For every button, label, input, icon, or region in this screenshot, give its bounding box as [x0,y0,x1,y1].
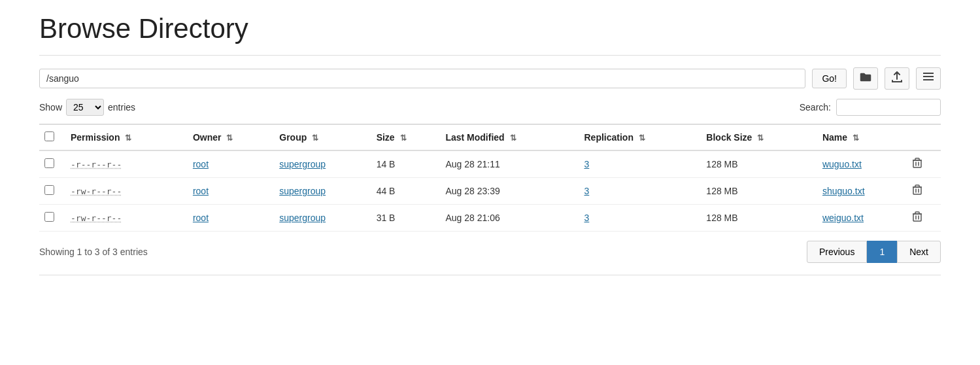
size-sort-icon: ⇅ [400,133,407,143]
row-block-size: 128 MB [701,205,817,232]
row-last-modified: Aug 28 21:11 [440,150,579,178]
upload-icon [892,71,902,86]
showing-text: Showing 1 to 3 of 3 entries [39,247,148,257]
search-input[interactable] [836,99,941,116]
col-actions [907,124,941,150]
col-permission[interactable]: Permission ⇅ [65,124,188,150]
col-name[interactable]: Name ⇅ [817,124,907,150]
table-row: -r--r--r-- root supergroup 14 B Aug 28 2… [39,150,941,178]
file-link-2[interactable]: weiguo.txt [822,213,864,223]
replication-link-0[interactable]: 3 [584,159,590,169]
list-icon [923,73,934,84]
directory-table: Permission ⇅ Owner ⇅ Group ⇅ Size ⇅ [39,124,941,232]
list-button[interactable] [916,67,941,90]
entries-label: entries [108,102,135,113]
group-link-0[interactable]: supergroup [279,159,326,169]
row-name: wuguo.txt [817,150,907,178]
row-name: weiguo.txt [817,205,907,232]
page-1-button[interactable]: 1 [867,241,897,263]
row-name: shuguo.txt [817,178,907,205]
row-permission: -rw-r--r-- [65,178,188,205]
col-owner[interactable]: Owner ⇅ [188,124,274,150]
row-group: supergroup [274,150,371,178]
replication-link-1[interactable]: 3 [584,186,590,196]
svg-rect-2 [923,79,934,80]
group-link-2[interactable]: supergroup [279,213,326,223]
header-divider [39,55,941,56]
row-checkbox-1[interactable] [44,185,54,195]
row-block-size: 128 MB [701,178,817,205]
next-button[interactable]: Next [897,241,941,263]
entries-select[interactable]: 10 25 50 100 [66,99,104,116]
row-owner: root [188,205,274,232]
file-link-1[interactable]: shuguo.txt [822,186,865,196]
row-checkbox-cell [39,150,65,178]
col-replication[interactable]: Replication ⇅ [579,124,701,150]
table-row: -rw-r--r-- root supergroup 31 B Aug 28 2… [39,205,941,232]
row-owner: root [188,178,274,205]
svg-rect-1 [923,76,934,77]
svg-rect-0 [923,73,934,74]
table-header-row: Permission ⇅ Owner ⇅ Group ⇅ Size ⇅ [39,124,941,150]
row-size: 44 B [371,178,441,205]
footer-row: Showing 1 to 3 of 3 entries Previous 1 N… [39,241,941,263]
owner-sort-icon: ⇅ [226,133,233,143]
search-label: Search: [800,102,831,113]
upload-button[interactable] [885,67,909,90]
delete-icon-1[interactable] [913,186,922,197]
page-title: Browse Directory [39,13,941,44]
table-row: -rw-r--r-- root supergroup 44 B Aug 28 2… [39,178,941,205]
row-checkbox-0[interactable] [44,158,54,168]
row-replication: 3 [579,150,701,178]
owner-link-1[interactable]: root [193,186,209,196]
previous-button[interactable]: Previous [807,241,867,263]
row-replication: 3 [579,205,701,232]
delete-icon-2[interactable] [913,213,922,224]
row-delete [907,150,941,178]
group-link-1[interactable]: supergroup [279,186,326,196]
svg-rect-5 [913,214,921,221]
show-entries: Show 10 25 50 100 entries [39,99,135,116]
col-checkbox [39,124,65,150]
search-box: Search: [800,99,941,116]
row-delete [907,178,941,205]
row-size: 31 B [371,205,441,232]
replication-sort-icon: ⇅ [639,133,645,143]
row-permission: -rw-r--r-- [65,205,188,232]
select-all-checkbox[interactable] [44,131,54,141]
path-bar: Go! [39,67,941,90]
row-checkbox-2[interactable] [44,212,54,222]
svg-rect-3 [913,160,921,167]
show-label: Show [39,102,62,113]
svg-rect-4 [913,187,921,194]
row-delete [907,205,941,232]
delete-icon-0[interactable] [913,159,922,170]
folder-icon [860,72,871,85]
controls-row: Show 10 25 50 100 entries Search: [39,99,941,116]
col-size[interactable]: Size ⇅ [371,124,441,150]
replication-link-2[interactable]: 3 [584,213,590,223]
go-button[interactable]: Go! [812,69,847,88]
row-group: supergroup [274,178,371,205]
col-last-modified[interactable]: Last Modified ⇅ [440,124,579,150]
row-group: supergroup [274,205,371,232]
file-link-0[interactable]: wuguo.txt [822,159,862,169]
row-replication: 3 [579,178,701,205]
col-group[interactable]: Group ⇅ [274,124,371,150]
row-last-modified: Aug 28 21:06 [440,205,579,232]
permission-sort-icon: ⇅ [125,133,131,143]
row-permission: -r--r--r-- [65,150,188,178]
path-input[interactable] [39,69,805,88]
group-sort-icon: ⇅ [312,133,318,143]
name-sort-icon: ⇅ [853,133,859,143]
last-modified-sort-icon: ⇅ [510,133,516,143]
row-checkbox-cell [39,205,65,232]
owner-link-0[interactable]: root [193,159,209,169]
footer-divider [39,275,941,275]
block-size-sort-icon: ⇅ [757,133,764,143]
pagination: Previous 1 Next [807,241,941,263]
owner-link-2[interactable]: root [193,213,209,223]
directory-table-wrapper: Permission ⇅ Owner ⇅ Group ⇅ Size ⇅ [39,124,941,232]
col-block-size[interactable]: Block Size ⇅ [701,124,817,150]
folder-button[interactable] [853,67,878,90]
